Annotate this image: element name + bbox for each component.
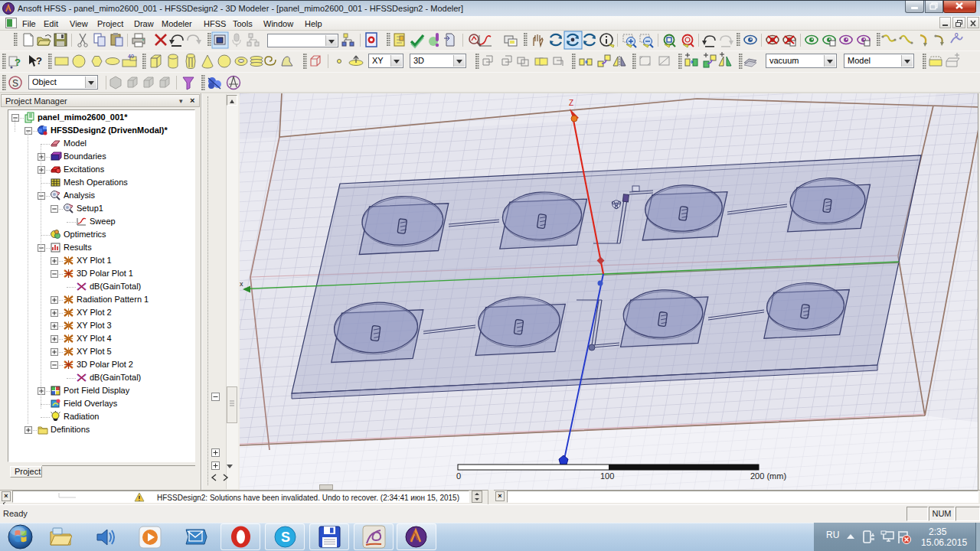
svg-text:200 (mm): 200 (mm): [750, 471, 786, 481]
svg-text:S: S: [12, 78, 18, 89]
svg-text:40: 40: [128, 54, 134, 59]
svg-text:x: x: [240, 280, 243, 288]
svg-text:0: 0: [955, 31, 959, 38]
svg-text:100: 100: [600, 471, 614, 481]
svg-text:?: ?: [36, 55, 42, 67]
svg-text:Z: Z: [569, 99, 573, 107]
svg-text:0: 0: [456, 471, 461, 481]
svg-text:?: ?: [15, 57, 21, 68]
svg-text:S: S: [281, 530, 290, 545]
